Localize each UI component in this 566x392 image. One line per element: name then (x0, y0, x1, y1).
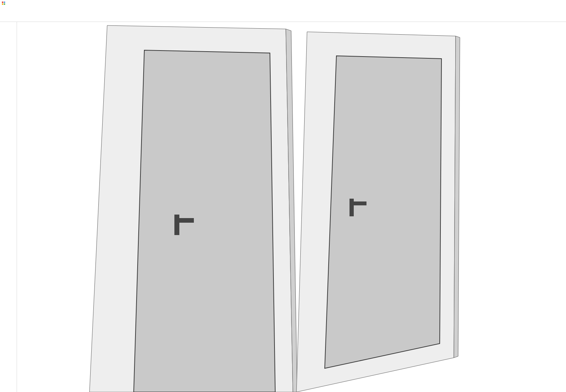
svg-rect-12 (350, 199, 354, 216)
viewport-3d[interactable] (17, 22, 566, 392)
toolbar-left (0, 22, 17, 392)
svg-rect-7 (174, 215, 179, 235)
menu-bar (0, 6, 566, 13)
door-model-2 (296, 32, 460, 392)
model-canvas[interactable] (17, 22, 566, 392)
workspace (0, 22, 566, 392)
toolbar-top (0, 13, 566, 22)
svg-rect-2 (2, 4, 4, 5)
title-bar (0, 0, 566, 6)
svg-rect-1 (4, 2, 5, 3)
svg-rect-13 (350, 201, 366, 205)
svg-rect-0 (2, 2, 4, 3)
app-logo-icon (1, 1, 6, 5)
door-model-1 (89, 25, 297, 392)
svg-marker-11 (325, 56, 441, 368)
svg-rect-8 (174, 218, 194, 223)
svg-marker-6 (134, 50, 275, 392)
svg-rect-3 (4, 4, 5, 5)
